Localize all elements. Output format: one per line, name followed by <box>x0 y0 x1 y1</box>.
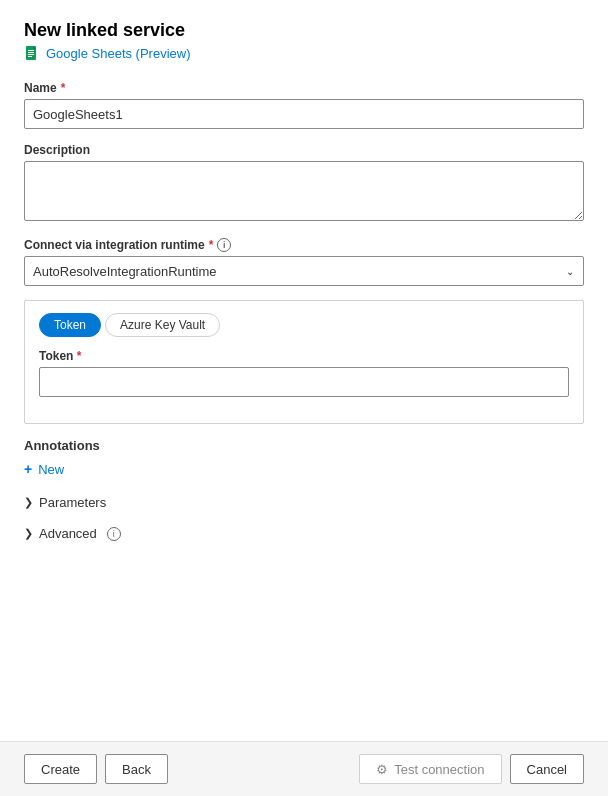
test-connection-icon: ⚙ <box>376 762 388 777</box>
cancel-button[interactable]: Cancel <box>510 754 584 784</box>
svg-rect-1 <box>28 50 34 51</box>
advanced-info-icon[interactable]: i <box>107 527 121 541</box>
svg-rect-2 <box>28 52 34 53</box>
plus-icon: + <box>24 461 32 477</box>
integration-runtime-group: Connect via integration runtime * i Auto… <box>24 238 584 286</box>
test-connection-button[interactable]: ⚙ Test connection <box>359 754 501 784</box>
azure-key-vault-tab[interactable]: Azure Key Vault <box>105 313 220 337</box>
parameters-chevron-icon: ❯ <box>24 496 33 509</box>
create-button[interactable]: Create <box>24 754 97 784</box>
name-label: Name * <box>24 81 584 95</box>
subtitle-row: Google Sheets (Preview) <box>24 45 584 61</box>
description-textarea[interactable] <box>24 161 584 221</box>
token-field-label: Token * <box>39 349 569 363</box>
description-field-group: Description <box>24 143 584 224</box>
footer-bar: Create Back ⚙ Test connection Cancel <box>0 741 608 796</box>
advanced-label: Advanced <box>39 526 97 541</box>
name-input[interactable] <box>24 99 584 129</box>
svg-rect-3 <box>28 54 34 55</box>
advanced-expand-button[interactable]: ❯ Advanced i <box>24 522 584 545</box>
name-required-star: * <box>61 81 66 95</box>
test-connection-label: Test connection <box>394 762 484 777</box>
integration-runtime-info-icon[interactable]: i <box>217 238 231 252</box>
description-label: Description <box>24 143 584 157</box>
page-title: New linked service <box>24 20 584 41</box>
back-button[interactable]: Back <box>105 754 168 784</box>
advanced-section: ❯ Advanced i <box>24 522 584 545</box>
new-annotation-label: New <box>38 462 64 477</box>
auth-box: Token Azure Key Vault Token * <box>24 300 584 424</box>
sheets-icon <box>24 45 40 61</box>
token-tab[interactable]: Token <box>39 313 101 337</box>
annotations-section: Annotations + New <box>24 438 584 477</box>
add-new-annotation-button[interactable]: + New <box>24 461 584 477</box>
auth-tabs: Token Azure Key Vault <box>39 313 569 337</box>
name-field-group: Name * <box>24 81 584 129</box>
annotations-header: Annotations <box>24 438 584 453</box>
parameters-label: Parameters <box>39 495 106 510</box>
token-input[interactable] <box>39 367 569 397</box>
integration-runtime-select[interactable]: AutoResolveIntegrationRuntime <box>24 256 584 286</box>
integration-runtime-select-wrapper: AutoResolveIntegrationRuntime ⌄ <box>24 256 584 286</box>
svg-rect-4 <box>28 56 32 57</box>
parameters-expand-button[interactable]: ❯ Parameters <box>24 491 584 514</box>
integration-runtime-label: Connect via integration runtime * i <box>24 238 584 252</box>
token-required-star: * <box>77 349 82 363</box>
advanced-chevron-icon: ❯ <box>24 527 33 540</box>
integration-runtime-required-star: * <box>209 238 214 252</box>
subtitle-text: Google Sheets (Preview) <box>46 46 191 61</box>
parameters-section: ❯ Parameters <box>24 491 584 514</box>
token-field-group: Token * <box>39 349 569 397</box>
